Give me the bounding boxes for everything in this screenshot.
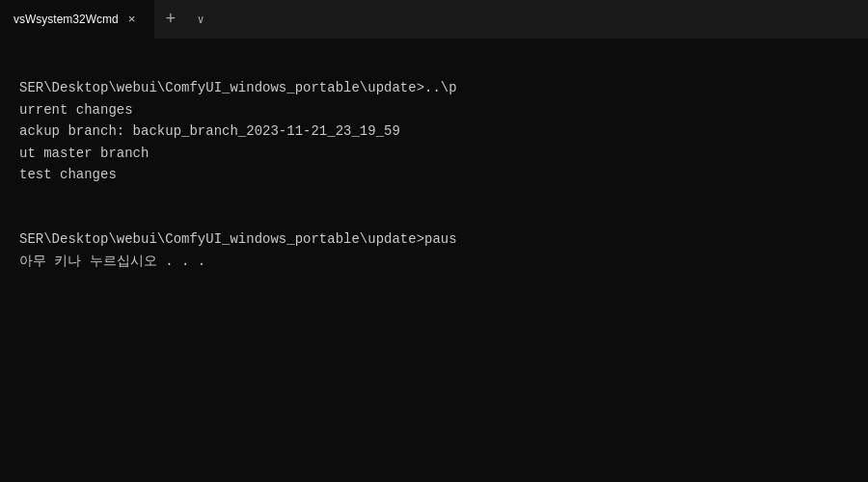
terminal-line: SER\Desktop\webui\ComfyUI_windows_portab… [19, 77, 849, 98]
title-bar: vsWsystem32Wcmd × + ∨ [0, 0, 868, 39]
terminal-line: test changes [19, 164, 849, 185]
tab-label: vsWsystem32Wcmd [14, 13, 119, 26]
terminal-line: ut master branch [19, 143, 849, 164]
new-tab-button[interactable]: + [154, 0, 187, 39]
terminal-tab[interactable]: vsWsystem32Wcmd × [0, 0, 154, 39]
terminal-line: urrent changes [19, 99, 849, 120]
terminal-line [19, 207, 849, 228]
terminal-body: SER\Desktop\webui\ComfyUI_windows_portab… [0, 39, 868, 482]
tab-dropdown-button[interactable]: ∨ [187, 0, 214, 39]
tab-close-icon[interactable]: × [128, 13, 136, 26]
terminal-line [19, 56, 849, 77]
terminal-line: 아무 키나 누르십시오 . . . [19, 251, 849, 272]
terminal-line [19, 185, 849, 206]
terminal-line: ackup branch: backup_branch_2023-11-21_2… [19, 120, 849, 142]
terminal-line: SER\Desktop\webui\ComfyUI_windows_portab… [19, 228, 849, 250]
